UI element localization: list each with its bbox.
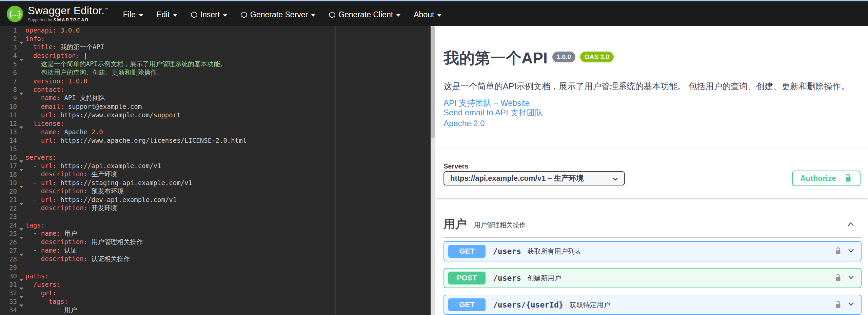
code-line[interactable]: 21 - url: https://dev-api.example.com/v1 xyxy=(0,195,431,204)
code-line[interactable]: 1openapi: 3.0.0 xyxy=(0,26,431,34)
code-text[interactable]: description: 用户管理相关操作 xyxy=(25,238,143,247)
operation-row-get-users--userId-[interactable]: GET/users/{userId}获取特定用户 xyxy=(443,295,862,315)
tag-description: 用户管理相关操作 xyxy=(474,221,526,230)
lock-icon[interactable] xyxy=(834,247,842,256)
logo[interactable]: {…} Swagger Editor.™ Supported bySMARTBE… xyxy=(7,5,108,22)
code-text[interactable]: description: 认证相关操作 xyxy=(25,255,130,263)
line-number: 13 xyxy=(0,128,17,136)
code-line[interactable]: 30paths: xyxy=(0,272,431,280)
code-text[interactable]: name: Apache 2.0 xyxy=(25,128,103,136)
code-line[interactable]: 22 description: 开发环境 xyxy=(0,204,431,212)
operation-row-post-users[interactable]: POST/users创建新用户 xyxy=(443,268,862,288)
code-line[interactable]: 24tags: xyxy=(0,221,431,229)
line-number: 4 xyxy=(0,52,17,59)
code-line[interactable]: 19 - url: https://staging-api.example.co… xyxy=(0,178,431,187)
code-line[interactable]: 3 title: 我的第一个API xyxy=(0,43,431,51)
code-line[interactable]: 4 description: | xyxy=(0,51,431,60)
lock-icon[interactable] xyxy=(834,274,842,282)
code-text[interactable]: - 用户 xyxy=(25,306,77,314)
code-line[interactable]: 9 name: API 支持团队 xyxy=(0,94,431,102)
code-line[interactable]: 34 - 用户 xyxy=(0,306,431,314)
code-line[interactable]: 23 xyxy=(0,212,431,221)
editor-scrollbar[interactable] xyxy=(431,26,435,315)
expand-chevron-down-icon[interactable] xyxy=(846,299,856,311)
menu-generate-client[interactable]: Generate Client xyxy=(329,10,401,19)
servers-select[interactable]: https://api.example.com/v1 – 生产环境 xyxy=(443,171,625,185)
menu-edit[interactable]: Edit xyxy=(156,10,178,19)
menu-generate-server[interactable]: Generate Server xyxy=(240,10,316,19)
line-number: 7 xyxy=(0,77,17,85)
license-link[interactable]: Apache 2.0 xyxy=(443,119,485,128)
code-text[interactable]: - name: 认证 xyxy=(25,246,77,255)
authorize-button[interactable]: Authorize xyxy=(792,171,861,186)
code-text[interactable]: email: support@example.com xyxy=(25,103,142,110)
code-line[interactable]: 17 - url: https://api.example.com/v1 xyxy=(0,161,431,170)
code-text[interactable]: description: 预发布环境 xyxy=(25,187,124,196)
code-line[interactable]: 27 - name: 认证 xyxy=(0,246,431,255)
code-line[interactable]: 18 description: 生产环境 xyxy=(0,170,431,178)
code-text[interactable]: name: API 支持团队 xyxy=(25,94,105,102)
trademark: ™ xyxy=(104,7,108,11)
code-line[interactable]: 12 license: xyxy=(0,119,431,127)
code-text[interactable]: contact: xyxy=(25,86,64,93)
code-text[interactable]: version: 1.0.0 xyxy=(25,77,87,85)
code-line[interactable]: 25 - name: 用户 xyxy=(0,229,431,238)
editor-scrollbar-thumb[interactable] xyxy=(431,26,435,138)
code-text[interactable]: title: 我的第一个API xyxy=(25,43,104,52)
codegen-icon xyxy=(191,11,198,18)
code-line[interactable]: 5 这是一个简单的API示例文档，展示了用户管理系统的基本功能。 xyxy=(0,60,431,68)
code-line[interactable]: 10 email: support@example.com xyxy=(0,102,431,111)
expand-chevron-down-icon[interactable] xyxy=(846,245,856,257)
operation-row-get-users[interactable]: GET/users获取所有用户列表 xyxy=(443,241,862,261)
code-line[interactable]: 15 xyxy=(0,144,431,153)
code-line[interactable]: 28 description: 认证相关操作 xyxy=(0,255,431,263)
code-line[interactable]: 6 包括用户的查询、创建、更新和删除操作。 xyxy=(0,68,431,77)
code-text[interactable]: - url: https://staging-api.example.com/v… xyxy=(25,179,192,186)
line-number: 3 xyxy=(0,43,17,51)
code-line[interactable]: 8 contact: xyxy=(0,85,431,94)
menu-about[interactable]: About xyxy=(414,10,442,19)
code-text[interactable]: url: https://www.example.com/support xyxy=(25,111,181,119)
code-line[interactable]: 7 version: 1.0.0 xyxy=(0,77,431,85)
collapse-chevron-up-icon[interactable] xyxy=(845,219,856,230)
code-text[interactable]: get: xyxy=(25,289,57,297)
code-line[interactable]: 13 name: Apache 2.0 xyxy=(0,127,431,136)
code-text[interactable]: /users: xyxy=(25,281,60,288)
code-text[interactable]: paths: xyxy=(25,272,49,280)
yaml-editor[interactable]: 1openapi: 3.0.02info:3 title: 我的第一个API4 … xyxy=(0,26,431,315)
code-text[interactable]: servers: xyxy=(25,154,57,161)
expand-chevron-down-icon[interactable] xyxy=(846,272,856,284)
code-line[interactable]: 26 description: 用户管理相关操作 xyxy=(0,238,431,246)
code-text[interactable]: tags: xyxy=(25,221,45,229)
code-text[interactable]: openapi: 3.0.0 xyxy=(25,26,80,34)
contact-email-link[interactable]: Send email to API 支持团队 xyxy=(443,107,543,118)
lock-icon[interactable] xyxy=(834,300,842,309)
code-text[interactable]: 包括用户的查询、创建、更新和删除操作。 xyxy=(25,68,163,77)
code-line[interactable]: 32 get: xyxy=(0,289,431,297)
code-line[interactable]: 33 tags: xyxy=(0,297,431,306)
menu-insert[interactable]: Insert xyxy=(191,10,228,19)
line-number: 17 xyxy=(0,162,17,170)
code-line[interactable]: 31 /users: xyxy=(0,280,431,289)
code-line[interactable]: 29 xyxy=(0,263,431,272)
menu-file[interactable]: File xyxy=(123,10,143,19)
code-text[interactable]: info: xyxy=(25,35,45,42)
code-text[interactable]: - url: https://dev-api.example.com/v1 xyxy=(25,196,177,203)
code-text[interactable]: description: 生产环境 xyxy=(25,170,117,179)
code-text[interactable]: - name: 用户 xyxy=(25,229,77,238)
code-line[interactable]: 16servers: xyxy=(0,153,431,161)
code-text[interactable]: description: | xyxy=(25,52,87,59)
line-number: 28 xyxy=(0,255,17,263)
code-line[interactable]: 11 url: https://www.example.com/support xyxy=(0,111,431,119)
code-line[interactable]: 14 url: https://www.apache.org/licenses/… xyxy=(0,136,431,144)
code-text[interactable]: tags: xyxy=(25,298,68,305)
code-text[interactable]: description: 开发环境 xyxy=(25,204,117,213)
code-text[interactable]: 这是一个简单的API示例文档，展示了用户管理系统的基本功能。 xyxy=(25,60,226,68)
code-text[interactable]: - url: https://api.example.com/v1 xyxy=(25,162,161,170)
code-line[interactable]: 20 description: 预发布环境 xyxy=(0,187,431,195)
navbar: {…} Swagger Editor.™ Supported bySMARTBE… xyxy=(0,1,868,26)
code-text[interactable]: url: https://www.apache.org/licenses/LIC… xyxy=(25,137,246,144)
code-line[interactable]: 2info: xyxy=(0,34,431,43)
tag-section-header-users[interactable]: 用户 用户管理相关操作 xyxy=(443,211,862,238)
code-text[interactable]: license: xyxy=(25,120,64,127)
